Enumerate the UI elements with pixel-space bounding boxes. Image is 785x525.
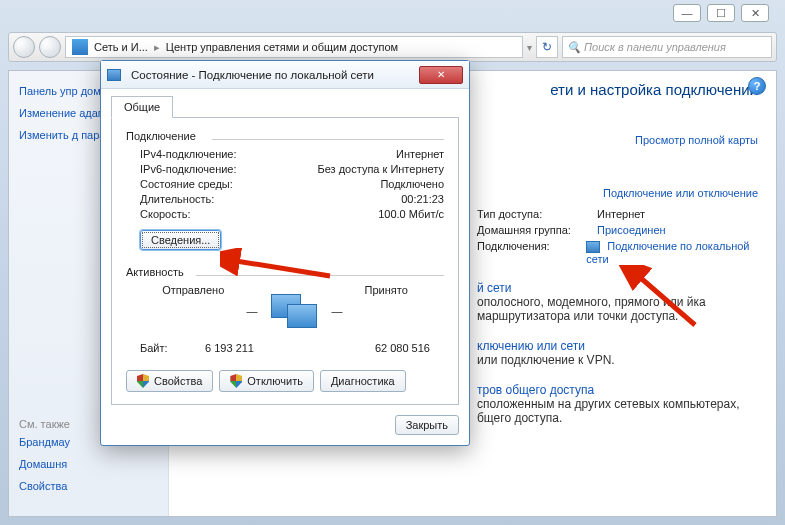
group-connection: Подключение [126, 130, 444, 142]
homegroup-link[interactable]: Присоединен [597, 224, 666, 236]
maximize-button[interactable]: ☐ [707, 4, 735, 22]
disable-button[interactable]: Отключить [219, 370, 314, 392]
bytes-row: Байт: 6 193 211 62 080 516 [140, 342, 430, 354]
network-adapter-icon [107, 69, 121, 81]
tab-general[interactable]: Общие [111, 96, 173, 118]
access-type-label: Тип доступа: [477, 208, 597, 220]
search-placeholder: Поиск в панели управления [584, 41, 726, 53]
tab-panel: Подключение IPv4-подключение:Интернет IP… [111, 117, 459, 405]
media-state-label: Состояние среды: [140, 178, 233, 190]
breadcrumb-part[interactable]: Сеть и И... [94, 41, 148, 53]
minimize-button[interactable]: — [673, 4, 701, 22]
sent-label: Отправлено [162, 284, 224, 338]
activity-icon: —— [246, 294, 342, 328]
activity-header: Отправлено —— Принято [140, 284, 430, 338]
dialog-titlebar[interactable]: Состояние - Подключение по локальной сет… [101, 61, 469, 89]
window-controls: — ☐ ✕ [673, 4, 769, 22]
dialog-title: Состояние - Подключение по локальной сет… [131, 69, 374, 81]
properties-button[interactable]: Свойства [126, 370, 213, 392]
media-state-value: Подключено [380, 178, 444, 190]
magnifier-icon: 🔍 [567, 41, 581, 54]
speed-label: Скорость: [140, 208, 191, 220]
help-icon[interactable]: ? [748, 77, 766, 95]
close-window-button[interactable]: ✕ [741, 4, 769, 22]
lan-connection-link[interactable]: Подключение по локальной сети [586, 240, 749, 265]
section-sharing[interactable]: тров общего доступа [477, 383, 758, 397]
group-activity: Активность [126, 266, 444, 278]
sidebar-link-homegroup[interactable]: Домашня [19, 458, 158, 470]
section-desc: или подключение к VPN. [477, 353, 758, 367]
sidebar-link-internet-options[interactable]: Свойства [19, 480, 158, 492]
access-type-value: Интернет [597, 208, 645, 220]
network-adapter-icon [586, 241, 600, 253]
connect-disconnect-link[interactable]: Подключение или отключение [603, 187, 758, 199]
duration-label: Длительность: [140, 193, 214, 205]
ipv4-label: IPv4-подключение: [140, 148, 237, 160]
connections-label: Подключения: [477, 240, 586, 265]
section-new-network[interactable]: й сети [477, 281, 758, 295]
details-button[interactable]: Сведения... [140, 230, 221, 250]
shield-icon [230, 374, 242, 388]
homegroup-label: Домашняя группа: [477, 224, 597, 236]
status-dialog: Состояние - Подключение по локальной сет… [100, 60, 470, 446]
close-button[interactable]: Закрыть [395, 415, 459, 435]
search-input[interactable]: 🔍 Поиск в панели управления [562, 36, 772, 58]
toolbar: Сеть и И... ▸ Центр управления сетями и … [8, 32, 777, 62]
breadcrumb-part[interactable]: Центр управления сетями и общим доступом [166, 41, 398, 53]
chevron-right-icon: ▸ [154, 41, 160, 54]
disable-button-label: Отключить [247, 375, 303, 387]
received-label: Принято [365, 284, 408, 338]
properties-button-label: Свойства [154, 375, 202, 387]
breadcrumb[interactable]: Сеть и И... ▸ Центр управления сетями и … [65, 36, 523, 58]
bytes-received-value: 62 080 516 [375, 342, 430, 354]
section-desc: ополосного, модемного, прямого или йка м… [477, 295, 758, 323]
speed-value: 100.0 Мбит/с [378, 208, 444, 220]
refresh-button[interactable]: ↻ [536, 36, 558, 58]
network-center-icon [72, 39, 88, 55]
forward-button[interactable] [39, 36, 61, 58]
ipv6-label: IPv6-подключение: [140, 163, 237, 175]
view-map-link[interactable]: Просмотр полной карты [635, 134, 758, 146]
bytes-sent-value: 6 193 211 [205, 342, 254, 354]
duration-value: 00:21:23 [401, 193, 444, 205]
shield-icon [137, 374, 149, 388]
diagnose-button[interactable]: Диагностика [320, 370, 406, 392]
back-button[interactable] [13, 36, 35, 58]
dialog-close-button[interactable]: ✕ [419, 66, 463, 84]
bytes-label: Байт: [140, 342, 168, 354]
ipv4-value: Интернет [396, 148, 444, 160]
section-desc: сположенным на других сетевых компьютера… [477, 397, 758, 425]
ipv6-value: Без доступа к Интернету [317, 163, 444, 175]
breadcrumb-dropdown-button[interactable]: ▾ [527, 42, 532, 53]
section-connect[interactable]: ключению или сети [477, 339, 758, 353]
